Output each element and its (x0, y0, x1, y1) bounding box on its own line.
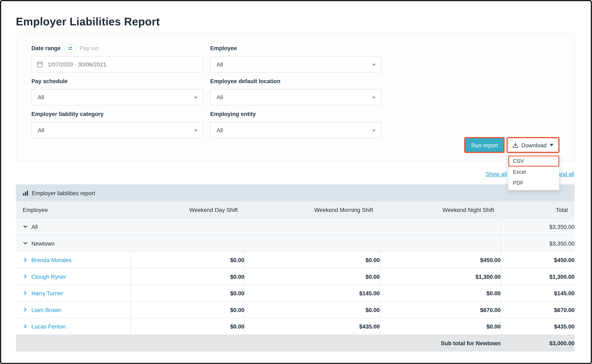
download-button[interactable]: Download (507, 137, 559, 153)
chevron-down-icon (194, 129, 198, 132)
employing-entity-selected-value: All (217, 127, 223, 133)
employee-select[interactable]: All (210, 56, 381, 73)
chevron-down-icon (550, 144, 553, 146)
download-menu: CSV Excel PDF (508, 154, 559, 190)
chevron-down-icon[interactable] (23, 224, 28, 229)
value-weekend-day: $0.00 (130, 318, 245, 335)
value-weekend-morning: $0.00 (245, 252, 380, 268)
download-menu-item-excel[interactable]: Excel (508, 167, 559, 177)
date-range-label: Date range (31, 45, 61, 52)
report-title-bar: Employer liabilities report (16, 184, 575, 202)
column-header-weekend-day: Weekend Day Shift (130, 202, 245, 218)
group-row-newtown: Newtown $3,350.00 (16, 235, 575, 252)
pay-run-label: Pay run (80, 45, 99, 52)
column-header-weekend-morning: Weekend Morning Shift (245, 202, 380, 218)
group-row-all: All $3,350.00 (16, 218, 575, 235)
value-weekend-night: $0.00 (380, 318, 501, 335)
value-weekend-day: $0.00 (130, 268, 245, 285)
liability-category-select[interactable]: All (31, 122, 203, 138)
chevron-down-icon (372, 129, 376, 132)
employee-link[interactable]: Liam Brown (31, 306, 61, 313)
pay-schedule-field-group: Pay schedule All (31, 78, 203, 105)
report-title: Employer liabilities report (32, 190, 95, 196)
value-weekend-day: $0.00 (130, 252, 245, 268)
download-icon (513, 142, 518, 148)
liability-category-selected-value: All (38, 127, 44, 133)
table-row: Brenda Morales $0.00 $0.00 $450.00 $450.… (16, 252, 575, 268)
chevron-down-icon (194, 97, 198, 99)
group-total: $3,350.00 (501, 218, 575, 235)
value-total: $435.00 (501, 318, 575, 335)
chevron-right-icon[interactable] (23, 307, 28, 312)
value-weekend-day: $0.00 (130, 285, 245, 301)
report-table: Employee Weekend Day Shift Weekend Morni… (16, 202, 575, 351)
default-location-select[interactable]: All (210, 89, 381, 105)
default-location-label: Employee default location (210, 78, 381, 84)
employee-link[interactable]: Harry Turner (31, 290, 63, 296)
value-total: $450.00 (501, 252, 575, 268)
employee-selected-value: All (217, 61, 223, 67)
chevron-right-icon[interactable] (23, 324, 28, 329)
liability-category-label: Employer liability category (31, 110, 203, 117)
value-weekend-morning: $0.00 (245, 268, 380, 285)
pay-schedule-select[interactable]: All (31, 89, 203, 105)
value-weekend-night: $450.00 (380, 252, 501, 268)
chevron-down-icon[interactable] (23, 240, 28, 246)
date-payrun-toggle[interactable] (64, 44, 76, 52)
employee-link[interactable]: Brenda Morales (31, 256, 72, 263)
swap-arrows-icon (67, 46, 73, 51)
download-menu-item-csv[interactable]: CSV (508, 156, 559, 167)
table-row: Harry Turner $0.00 $145.00 $0.00 $145.00 (16, 285, 575, 301)
value-total: $145.00 (501, 285, 575, 301)
employee-field-group: Employee All (210, 45, 381, 73)
employee-label: Employee (210, 45, 381, 52)
table-row: Clough Ryner $0.00 $0.00 $1,300.00 $1,30… (16, 268, 575, 285)
value-weekend-morning: $145.00 (245, 285, 380, 301)
value-weekend-night: $670.00 (380, 301, 501, 318)
chevron-right-icon[interactable] (23, 274, 28, 279)
liability-category-field-group: Employer liability category All (31, 110, 203, 138)
value-weekend-night: $0.00 (380, 285, 501, 301)
employing-entity-label: Employing entity (210, 110, 381, 117)
group-label: All (31, 223, 38, 230)
group-toggle-newtown[interactable]: Newtown (16, 235, 501, 252)
bar-chart-icon (23, 190, 28, 196)
value-total: $1,300.00 (501, 268, 575, 285)
table-row: Lucas Fenton $0.00 $435.00 $0.00 $435.00 (16, 318, 575, 335)
column-header-row: Employee Weekend Day Shift Weekend Morni… (16, 202, 575, 218)
subtotal-value: $3,000.00 (501, 334, 575, 351)
employee-link[interactable]: Clough Ryner (31, 273, 66, 280)
screenshot-viewport: Employer Liabilities Report Date range (0, 0, 592, 364)
value-weekend-morning: $0.00 (245, 301, 380, 318)
chevron-down-icon (372, 64, 376, 66)
pay-schedule-label: Pay schedule (31, 78, 203, 84)
calendar-icon (32, 61, 48, 67)
filter-panel: Date range Pay run (16, 33, 575, 162)
employer-liabilities-report-page: Employer Liabilities Report Date range (0, 0, 592, 364)
date-range-input[interactable]: 1/07/2020 - 30/06/2021 (31, 56, 203, 73)
column-header-employee: Employee (16, 202, 130, 218)
value-total: $670.00 (501, 301, 575, 318)
date-range-value: 1/07/2020 - 30/06/2021 (48, 61, 106, 67)
column-header-total: Total (501, 202, 575, 218)
chevron-right-icon[interactable] (23, 290, 28, 296)
value-weekend-day: $0.00 (130, 301, 245, 318)
default-location-selected-value: All (217, 94, 223, 100)
download-button-label: Download (521, 142, 546, 148)
employing-entity-select[interactable]: All (210, 122, 381, 138)
group-toggle-all[interactable]: All (16, 218, 501, 235)
value-weekend-morning: $435.00 (245, 318, 380, 335)
chevron-down-icon (372, 97, 376, 99)
default-location-field-group: Employee default location All (210, 78, 381, 105)
chevron-right-icon[interactable] (23, 257, 28, 262)
download-menu-item-pdf[interactable]: PDF (508, 177, 559, 188)
pay-schedule-selected-value: All (38, 94, 44, 100)
show-all-link[interactable]: Show all (486, 171, 507, 177)
actions-row: Run report Download (464, 137, 559, 153)
table-row: Liam Brown $0.00 $0.00 $670.00 $670.00 (16, 301, 575, 318)
employing-entity-field-group: Employing entity All (210, 110, 381, 138)
group-total: $3,350.00 (501, 235, 575, 252)
page-title: Employer Liabilities Report (16, 15, 160, 28)
run-report-button[interactable]: Run report (464, 137, 505, 153)
employee-link[interactable]: Lucas Fenton (31, 323, 66, 330)
